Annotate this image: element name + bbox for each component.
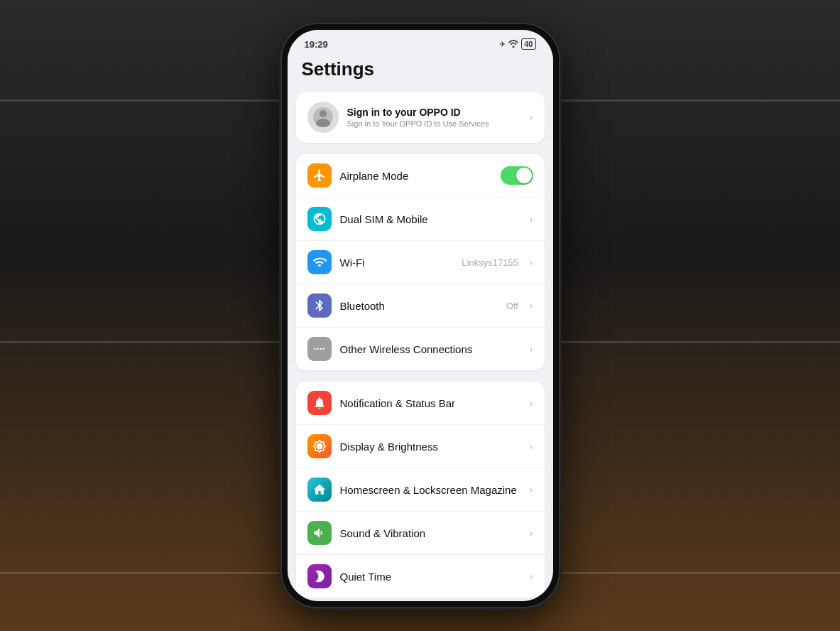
display-sound-group: Notification & Status Bar › Display & Br… bbox=[296, 382, 545, 598]
signin-chevron: › bbox=[530, 112, 533, 123]
quiet-time-label: Quiet Time bbox=[340, 571, 521, 583]
homescreen-item[interactable]: Homescreen & Lockscreen Magazine › bbox=[296, 468, 545, 512]
status-time: 19:29 bbox=[305, 39, 328, 50]
airplane-mode-item[interactable]: Airplane Mode bbox=[296, 154, 545, 198]
bluetooth-value: Off bbox=[506, 301, 518, 311]
dual-sim-icon-wrap bbox=[307, 207, 332, 231]
notification-icon-wrap bbox=[307, 391, 332, 415]
display-item[interactable]: Display & Brightness › bbox=[296, 425, 545, 468]
wifi-chevron: › bbox=[530, 257, 533, 268]
airplane-icon bbox=[312, 168, 327, 183]
status-icons: ✈ 40 bbox=[499, 38, 535, 50]
quiet-time-item[interactable]: Quiet Time › bbox=[296, 555, 545, 598]
phone-body: 19:29 ✈ 40 Settings bbox=[282, 24, 559, 607]
phone-screen: 19:29 ✈ 40 Settings bbox=[288, 30, 553, 601]
avatar bbox=[307, 102, 339, 133]
other-wireless-label: Other Wireless Connections bbox=[340, 343, 521, 355]
wifi-item[interactable]: Wi-Fi Linksys17155 › bbox=[296, 241, 545, 284]
homescreen-label: Homescreen & Lockscreen Magazine bbox=[340, 484, 521, 496]
sound-icon bbox=[312, 526, 327, 540]
battery-status: 40 bbox=[521, 38, 535, 50]
airplane-mode-label: Airplane Mode bbox=[340, 170, 492, 182]
other-wireless-chevron: › bbox=[530, 343, 533, 355]
quiet-time-chevron: › bbox=[530, 571, 533, 582]
svg-point-1 bbox=[320, 348, 322, 350]
display-icon bbox=[312, 439, 327, 453]
sound-chevron: › bbox=[530, 527, 533, 539]
wireless-icon bbox=[312, 342, 327, 356]
svg-point-0 bbox=[317, 348, 319, 350]
notification-item[interactable]: Notification & Status Bar › bbox=[296, 382, 545, 425]
sound-label: Sound & Vibration bbox=[340, 527, 521, 539]
dual-sim-chevron: › bbox=[530, 213, 533, 225]
wifi-icon bbox=[312, 255, 327, 269]
wifi-icon-wrap bbox=[307, 250, 332, 274]
moon-icon bbox=[312, 569, 327, 583]
homescreen-icon bbox=[312, 482, 327, 497]
signin-main-text: Sign in to your OPPO ID bbox=[347, 107, 521, 118]
homescreen-chevron: › bbox=[530, 484, 533, 495]
sound-icon-wrap bbox=[307, 521, 332, 545]
sound-item[interactable]: Sound & Vibration › bbox=[296, 512, 545, 555]
dual-sim-label: Dual SIM & Mobile bbox=[340, 213, 521, 225]
display-icon-wrap bbox=[307, 434, 332, 458]
notification-chevron: › bbox=[530, 397, 533, 409]
quiet-time-icon-wrap bbox=[307, 564, 332, 588]
notification-icon bbox=[312, 396, 327, 410]
wifi-status-icon bbox=[508, 40, 518, 49]
phone: 19:29 ✈ 40 Settings bbox=[282, 24, 559, 607]
avatar-icon bbox=[313, 107, 333, 127]
bluetooth-chevron: › bbox=[530, 300, 533, 311]
bluetooth-item[interactable]: Bluetooth Off › bbox=[296, 284, 545, 328]
signin-card[interactable]: Sign in to your OPPO ID Sign in to Your … bbox=[296, 92, 545, 143]
page-title: Settings bbox=[288, 53, 553, 92]
homescreen-icon-wrap bbox=[307, 478, 332, 502]
dual-sim-item[interactable]: Dual SIM & Mobile › bbox=[296, 198, 545, 241]
display-chevron: › bbox=[530, 441, 533, 452]
bluetooth-icon-wrap bbox=[307, 293, 332, 318]
status-bar: 19:29 ✈ 40 bbox=[288, 30, 553, 53]
connectivity-group: Airplane Mode Dual SIM & Mobile › bbox=[296, 154, 545, 370]
globe-icon bbox=[312, 212, 327, 226]
wifi-value: Linksys17155 bbox=[462, 257, 518, 268]
other-wireless-item[interactable]: Other Wireless Connections › bbox=[296, 328, 545, 370]
svg-point-3 bbox=[314, 348, 316, 350]
other-wireless-icon-wrap bbox=[307, 337, 332, 361]
notification-label: Notification & Status Bar bbox=[340, 397, 521, 409]
bluetooth-icon bbox=[312, 298, 327, 313]
signin-sub-text: Sign in to Your OPPO ID to Use Services bbox=[347, 119, 521, 128]
airplane-mode-toggle[interactable] bbox=[501, 166, 533, 185]
signin-text: Sign in to your OPPO ID Sign in to Your … bbox=[347, 107, 521, 128]
display-label: Display & Brightness bbox=[340, 441, 521, 453]
settings-content: Settings Sign in to your OPPO ID Sign in… bbox=[288, 53, 553, 601]
airplane-mode-icon-wrap bbox=[307, 163, 332, 188]
svg-point-2 bbox=[322, 348, 324, 350]
bluetooth-label: Bluetooth bbox=[340, 300, 498, 312]
wifi-label: Wi-Fi bbox=[340, 257, 454, 269]
airplane-status-icon: ✈ bbox=[499, 40, 506, 49]
